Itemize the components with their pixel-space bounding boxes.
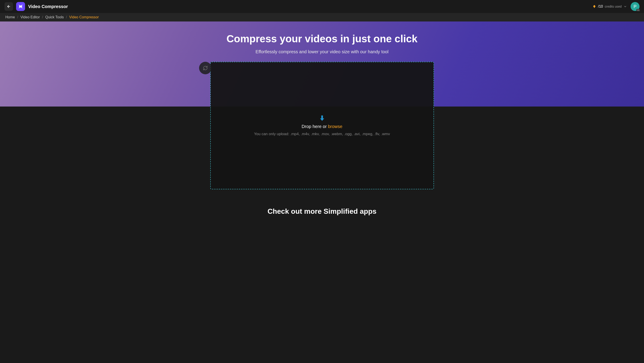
more-apps-title: Check out more Simplified apps <box>4 207 640 215</box>
svg-rect-1 <box>20 6 22 7</box>
breadcrumb-separator: / <box>42 15 43 19</box>
credits-label: credits used <box>605 5 622 8</box>
back-button[interactable] <box>4 2 13 11</box>
app-icon <box>16 2 25 11</box>
credits-count: /10 <box>598 5 603 9</box>
credits-dropdown[interactable]: /10 credits used <box>592 5 627 9</box>
breadcrumb-quick-tools[interactable]: Quick Tools <box>45 15 64 19</box>
hero-subtitle: Effortlessly compress and lower your vid… <box>4 49 640 54</box>
header-left: Video Compressor <box>4 2 68 11</box>
breadcrumb-home[interactable]: Home <box>5 15 15 19</box>
refresh-button[interactable] <box>199 62 212 74</box>
header-right: /10 credits used P RS <box>592 2 640 11</box>
arrow-left-icon <box>7 5 11 9</box>
drop-text: Drop here or browse <box>302 124 342 129</box>
content-wrapper: Drop here or browse You can only upload:… <box>188 62 456 189</box>
app-title: Video Compressor <box>28 4 68 9</box>
drop-zone[interactable]: Drop here or browse You can only upload:… <box>210 62 434 189</box>
arrow-down-icon <box>320 115 324 121</box>
browse-link[interactable]: browse <box>328 124 342 129</box>
breadcrumb: Home / Video Editor / Quick Tools / Vide… <box>0 13 644 22</box>
chevron-down-icon <box>624 5 627 8</box>
drop-here-text: Drop here or <box>302 124 328 129</box>
avatar-letter: P <box>634 4 636 9</box>
file-types-text: You can only upload: .mp4, .m4v, .mkv, .… <box>254 132 390 136</box>
breadcrumb-separator: / <box>17 15 18 19</box>
breadcrumb-video-compressor[interactable]: Video Compressor <box>69 15 99 19</box>
breadcrumb-video-editor[interactable]: Video Editor <box>20 15 40 19</box>
header: Video Compressor /10 credits used P RS <box>0 0 644 13</box>
hero-title: Compress your videos in just one click <box>4 33 640 45</box>
more-apps-section: Check out more Simplified apps <box>0 189 644 224</box>
breadcrumb-separator: / <box>66 15 67 19</box>
diamond-icon <box>592 5 596 8</box>
refresh-icon <box>203 66 208 71</box>
avatar-badge: RS <box>636 9 640 12</box>
avatar[interactable]: P RS <box>630 2 640 11</box>
video-compress-icon <box>18 4 23 9</box>
